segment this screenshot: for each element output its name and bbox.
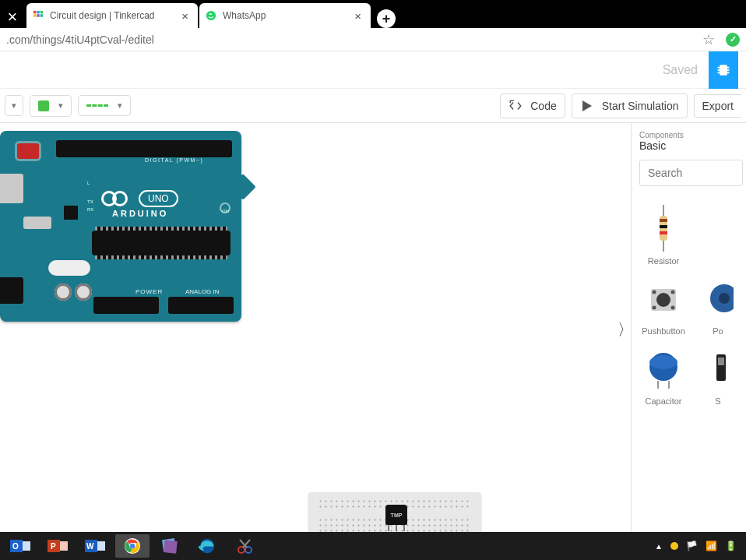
model-label: UNO — [139, 190, 178, 207]
svg-point-29 — [649, 355, 677, 369]
capacitor-icon — [75, 284, 92, 301]
svg-rect-8 — [718, 66, 720, 68]
workspace: DIGITAL (PWM~) POWER ANALOG IN UNO ARDUI… — [0, 123, 746, 532]
svg-rect-36 — [23, 541, 30, 551]
l-label: L — [87, 181, 90, 185]
panel-category[interactable]: Basic — [639, 139, 743, 152]
arduino-logo-icon: UNO — [101, 190, 178, 207]
potentiometer-icon — [696, 270, 740, 326]
component-led[interactable] — [694, 200, 742, 266]
component-chip-button[interactable] — [709, 51, 738, 89]
site-status-ok-icon[interactable]: ✓ — [726, 33, 740, 47]
browser-tab-tinkercad[interactable]: Circuit design | Tinkercad × — [26, 3, 198, 28]
analog-pin-header[interactable] — [168, 297, 234, 314]
svg-point-27 — [719, 293, 730, 304]
panel-header-label: Components — [639, 131, 743, 139]
component-slideswitch[interactable]: S — [694, 340, 742, 406]
digital-pin-header[interactable] — [56, 140, 232, 157]
taskbar-edge[interactable] — [190, 534, 224, 558]
component-search-input[interactable] — [639, 160, 743, 186]
svg-rect-9 — [718, 69, 720, 71]
color-swatch-icon — [38, 100, 49, 111]
taskbar-chrome[interactable] — [115, 534, 150, 558]
taskbar-powerpoint[interactable]: P — [40, 534, 75, 558]
panel-collapse-button[interactable]: 〉 — [620, 315, 631, 344]
browser-tab-whatsapp[interactable]: WhatsApp × — [199, 3, 371, 28]
component-grid: Resistor Pushbutton Po — [639, 186, 743, 406]
svg-point-6 — [206, 11, 216, 20]
svg-rect-42 — [97, 541, 105, 551]
bookmark-star-icon[interactable]: ☆ — [702, 31, 715, 48]
svg-rect-33 — [718, 357, 724, 365]
reset-button[interactable] — [17, 143, 39, 159]
app-header: Saved — [0, 51, 746, 89]
svg-text:P: P — [51, 542, 56, 551]
rotate-dropdown[interactable]: ▾ — [5, 95, 23, 116]
wire-style-icon — [86, 104, 108, 107]
svg-rect-39 — [60, 541, 68, 551]
component-label: Pushbutton — [642, 326, 685, 336]
whatsapp-favicon-icon — [206, 10, 216, 21]
start-simulation-button[interactable]: Start Simulation — [572, 93, 688, 118]
tx-label: TX — [87, 199, 93, 204]
edge-icon — [199, 537, 216, 555]
svg-rect-18 — [660, 231, 667, 234]
svg-rect-46 — [164, 540, 178, 554]
word-icon: W — [85, 537, 105, 555]
code-button[interactable]: Code — [500, 93, 565, 118]
taskbar-notes[interactable] — [153, 534, 187, 558]
save-status: Saved — [663, 63, 698, 77]
tab-close-button[interactable]: × — [351, 9, 364, 23]
tray-overflow-icon[interactable]: ▲ — [655, 542, 663, 551]
code-label: Code — [530, 100, 556, 112]
rx-label: RX — [87, 207, 93, 212]
svg-text:W: W — [86, 542, 94, 551]
power-pin-header[interactable] — [93, 297, 159, 314]
chrome-icon — [124, 537, 141, 555]
powerpoint-icon: P — [48, 537, 68, 555]
tmp-label: TMP — [391, 512, 403, 518]
new-tab-button[interactable]: + — [377, 9, 396, 28]
svg-rect-5 — [40, 14, 44, 17]
analog-label: ANALOG IN — [185, 288, 220, 295]
tinkercad-favicon-icon — [33, 10, 44, 21]
component-capacitor[interactable]: Capacitor — [639, 340, 688, 406]
tmp-sensor[interactable]: TMP — [385, 505, 407, 525]
window-close-button[interactable]: × — [2, 6, 23, 28]
snipping-tool-icon — [236, 537, 253, 555]
tray-status-icon[interactable] — [670, 542, 678, 550]
tray-flag-icon[interactable]: 🏳️ — [686, 541, 698, 551]
svg-rect-2 — [40, 11, 44, 14]
taskbar-snip[interactable] — [227, 534, 262, 558]
svg-point-23 — [671, 291, 675, 294]
tab-title: Circuit design | Tinkercad — [50, 10, 178, 21]
svg-rect-16 — [660, 219, 667, 222]
color-picker[interactable]: ▾ — [30, 95, 72, 117]
capacitor-icon — [55, 284, 72, 301]
system-tray[interactable]: ▲ 🏳️ 📶 🔋 — [655, 541, 743, 551]
wire-style-picker[interactable]: ▾ — [78, 95, 131, 116]
svg-rect-11 — [727, 66, 730, 68]
tray-battery-icon[interactable]: 🔋 — [725, 541, 737, 551]
component-resistor[interactable]: Resistor — [639, 200, 688, 266]
tab-close-button[interactable]: × — [178, 9, 192, 23]
outlook-icon: O — [10, 537, 30, 555]
url-text[interactable]: .com/things/4tiU4ptCval-/editel — [6, 33, 702, 46]
mcu-chip-icon — [92, 231, 230, 255]
chip-icon — [716, 62, 731, 78]
taskbar-word[interactable]: W — [78, 534, 112, 558]
component-label: Po — [713, 326, 723, 336]
export-button[interactable]: Export — [694, 94, 741, 118]
component-label: Resistor — [648, 256, 679, 266]
arduino-uno-board[interactable]: DIGITAL (PWM~) POWER ANALOG IN UNO ARDUI… — [0, 131, 241, 322]
component-pushbutton[interactable]: Pushbutton — [639, 270, 688, 336]
tray-network-icon[interactable]: 📶 — [706, 541, 717, 551]
power-jack-icon — [0, 277, 23, 304]
brand-label: ARDUINO — [112, 209, 168, 218]
taskbar-outlook[interactable]: O — [3, 534, 37, 558]
component-potentiometer[interactable]: Po — [694, 270, 742, 336]
design-canvas[interactable]: DIGITAL (PWM~) POWER ANALOG IN UNO ARDUI… — [0, 123, 631, 532]
tinkercad-app: Saved ▾ ▾ ▾ Code Start Simulation — [0, 51, 746, 532]
power-label: POWER — [135, 288, 163, 295]
svg-point-21 — [656, 293, 670, 307]
